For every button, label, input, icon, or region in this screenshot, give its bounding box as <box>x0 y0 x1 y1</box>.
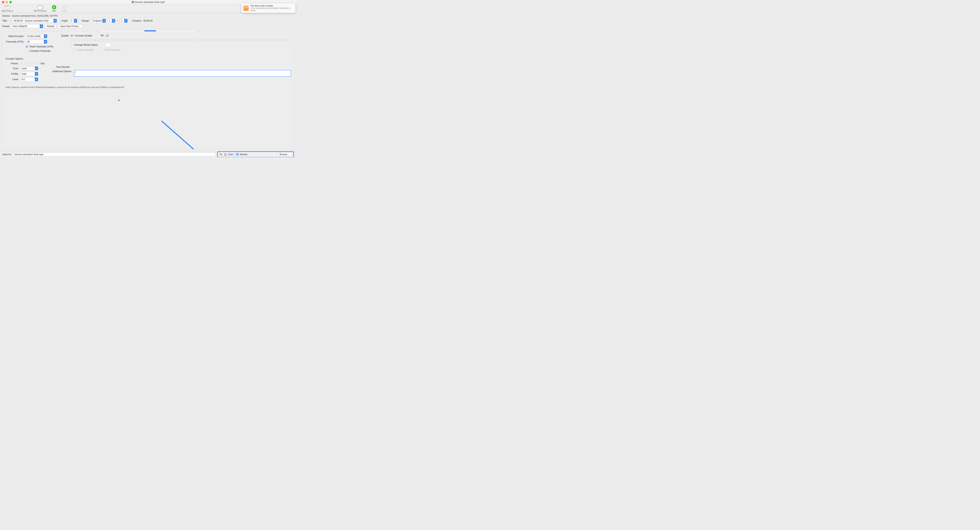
save-as-field[interactable]: bounce animation final.mp4 <box>13 153 215 156</box>
level-label: Level: <box>5 78 19 81</box>
bottom-bar: Save As: bounce animation final.mp4 To: … <box>0 151 296 157</box>
framerate-label: Framerate (FPS): <box>5 40 24 43</box>
path-separator: › <box>234 153 235 156</box>
source-value: bounce animation final, 1920x1080, 30 FP… <box>12 14 57 17</box>
notification[interactable]: Put down that cocktail... Your encode bo… <box>241 3 296 13</box>
turbo-first-pass-checkbox <box>100 49 103 51</box>
range-from-select[interactable]: 1 <box>107 19 115 23</box>
profile-select[interactable]: main <box>20 72 38 76</box>
path-segment-1[interactable]: Cam <box>228 153 233 156</box>
to-label: To: <box>220 153 223 156</box>
angle-select[interactable]: 1 <box>70 19 77 23</box>
browse-button[interactable]: Browse... <box>277 153 291 156</box>
home-icon: 🏠 <box>224 153 227 156</box>
pause-button: Pause <box>62 5 67 12</box>
reload-button[interactable]: Reload <box>45 24 56 28</box>
open-source-label: Open Source <box>2 10 13 12</box>
tune-select[interactable]: none <box>20 67 38 70</box>
video-encoder-label: Video Encoder: <box>5 35 24 38</box>
fast-decode-checkbox[interactable] <box>52 66 55 68</box>
encoder-options-title: Encoder Options <box>6 57 291 60</box>
additional-options-label: Additional Options: <box>52 70 72 73</box>
range-label: Range: <box>82 19 89 22</box>
chevron-updown-icon <box>35 72 38 76</box>
average-bitrate-label: Average Bitrate (kbps): <box>74 43 98 46</box>
start-label: Start <box>52 10 56 12</box>
preset-row: Preset: Fast 1080p30 Reload Save New Pre… <box>0 24 296 29</box>
queue-icon <box>37 5 43 10</box>
level-select[interactable]: 4.0 <box>20 77 38 81</box>
enc-preset-label: Preset: <box>5 62 18 65</box>
rf-value: 22 <box>106 34 108 37</box>
svg-line-0 <box>161 121 228 150</box>
tune-label: Tune: <box>5 67 19 70</box>
constant-quality-radio[interactable] <box>71 35 73 37</box>
add-to-queue-label: Add To Queue <box>34 10 46 12</box>
range-to-select[interactable]: 1 <box>120 19 127 23</box>
chevron-updown-icon <box>124 19 127 22</box>
notification-title: Put down that cocktail... <box>251 5 293 7</box>
play-icon <box>52 5 56 10</box>
minimize-window-button[interactable] <box>6 1 8 3</box>
start-button[interactable]: Start <box>52 5 56 12</box>
turbo-first-pass-label: Turbo first pass <box>104 48 120 51</box>
preset-label: Preset: <box>2 25 10 28</box>
range-sep: – <box>117 19 118 22</box>
path-segment-2[interactable]: Movies <box>240 153 248 156</box>
zoom-window-button[interactable] <box>10 1 12 3</box>
destination-box: To: 🏠 Cam › Movies Browse... <box>217 151 294 158</box>
source-label: Source: <box>2 14 10 17</box>
peak-framerate-radio[interactable] <box>25 46 28 48</box>
constant-framerate-label: Constant Framerate <box>30 49 51 53</box>
save-new-preset-button[interactable]: Save New Preset... <box>58 24 83 28</box>
mouse-cursor-icon: ➤ <box>118 99 120 102</box>
enc-preset-slider[interactable] <box>20 62 39 64</box>
chevron-updown-icon <box>102 19 106 22</box>
clapperboard-icon <box>5 5 10 10</box>
save-as-label: Save As: <box>2 153 11 156</box>
average-bitrate-radio[interactable] <box>70 44 73 46</box>
constant-framerate-radio[interactable] <box>25 50 28 52</box>
folder-icon <box>236 153 239 156</box>
close-window-button[interactable] <box>2 1 4 3</box>
average-bitrate-field[interactable]: 6000 <box>100 43 111 47</box>
notification-body: Your encode bounce animation final.mp4 i… <box>251 7 293 11</box>
profile-label: Profile: <box>5 73 19 75</box>
source-row: Source: bounce animation final, 1920x108… <box>0 13 296 18</box>
add-to-queue-button[interactable]: Add To Queue <box>34 5 46 12</box>
video-panel: Video Encoder: H.264 (x264) Framerate (F… <box>2 31 294 150</box>
pause-icon <box>62 5 67 10</box>
range-type-select[interactable]: Chapters <box>91 19 106 23</box>
chevron-updown-icon <box>40 24 43 28</box>
constant-quality-label: Constant Quality <box>75 34 92 37</box>
title-label: Title: <box>2 19 8 22</box>
document-icon <box>132 1 134 3</box>
preset-select[interactable]: Fast 1080p30 <box>11 24 43 28</box>
chevron-updown-icon <box>35 78 38 81</box>
rf-label: RF: <box>101 34 105 37</box>
two-pass-label: 2-pass encoding <box>76 48 94 51</box>
chevron-updown-icon <box>112 19 115 22</box>
quality-slider[interactable] <box>72 38 291 41</box>
open-source-button[interactable]: Open Source <box>2 5 13 12</box>
duration-value: 00:00:03 <box>143 19 153 22</box>
additional-options-input[interactable] <box>74 70 291 76</box>
enc-preset-value: fast <box>41 62 45 65</box>
fast-decode-label: Fast Decode <box>56 66 70 68</box>
title-select[interactable]: 1 - 00:00:03 - bounce animation final <box>9 19 57 23</box>
framerate-select[interactable]: 30 <box>25 40 47 44</box>
traffic-lights <box>0 1 12 3</box>
chevron-updown-icon <box>44 35 47 38</box>
chevron-updown-icon <box>54 19 57 22</box>
cocktail-icon <box>243 5 249 11</box>
pause-label: Pause <box>62 10 67 12</box>
peak-framerate-label: Peak Framerate (VFR) <box>30 45 53 48</box>
angle-label: Angle: <box>62 19 68 22</box>
duration-label: Duration: <box>132 19 142 22</box>
chevron-updown-icon <box>44 40 47 43</box>
quality-label: Quality: <box>61 34 69 37</box>
chevron-updown-icon <box>35 67 38 70</box>
annotation-arrow-icon <box>161 121 234 150</box>
two-pass-checkbox <box>73 49 75 51</box>
video-encoder-select[interactable]: H.264 (x264) <box>25 34 47 38</box>
